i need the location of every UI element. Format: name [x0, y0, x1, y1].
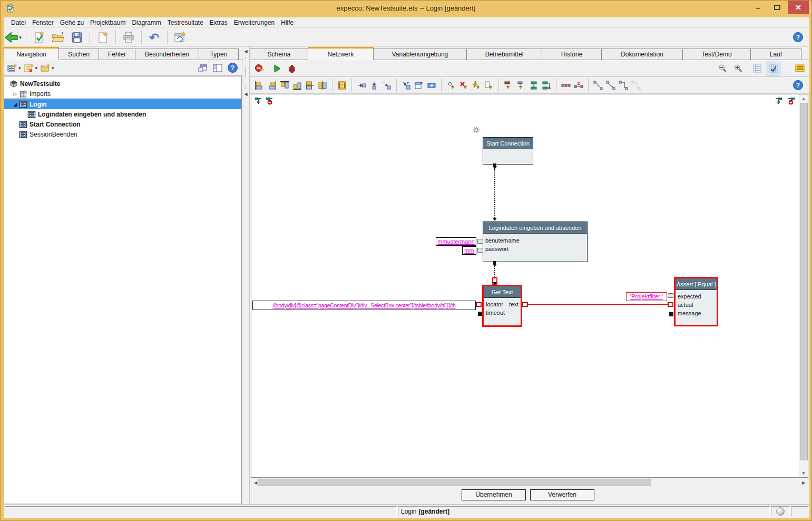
tab-netzwerk[interactable]: Netzwerk [308, 47, 374, 60]
reload-button[interactable] [172, 30, 189, 45]
tab-besonderheiten[interactable]: Besonderheiten [135, 49, 199, 60]
print-button[interactable] [120, 30, 137, 45]
disconnect-button[interactable] [560, 79, 572, 92]
paste-new-button[interactable] [400, 79, 413, 92]
tab-betriebsmittel[interactable]: Betriebsmittel [466, 49, 542, 60]
canvas-horizontal-scrollbar[interactable]: ◀ ▶ [251, 478, 808, 486]
line-diagonal-button[interactable] [592, 79, 604, 92]
add-output-pin-button[interactable] [774, 97, 782, 105]
menu-hilfe[interactable]: Hilfe [278, 18, 297, 27]
zoom-in-button[interactable] [732, 62, 745, 75]
menu-erweiterungen[interactable]: Erweiterungen [231, 18, 278, 27]
discard-button[interactable]: Verwerfen [530, 489, 594, 500]
new-action-menu-button[interactable]: ▾ [24, 63, 38, 73]
add-input-pin-button[interactable] [255, 97, 263, 105]
swap-orientation-button[interactable] [540, 79, 553, 92]
editor-help-button[interactable]: ? [793, 80, 803, 90]
network-canvas[interactable]: Start Connection Logindaten eingeben und… [251, 94, 808, 478]
fast-down-button[interactable] [470, 79, 483, 92]
input-pin-passwort[interactable] [477, 248, 483, 253]
grid-snap-button[interactable] [767, 62, 780, 75]
remove-input-pin-button[interactable] [266, 97, 274, 105]
run-button[interactable] [271, 62, 283, 75]
menu-gehe-zu[interactable]: Gehe zu [57, 18, 87, 27]
data-connection-text-to-actual[interactable] [528, 304, 668, 305]
tab-lauf[interactable]: Lauf [750, 49, 801, 60]
tree-item-imports[interactable]: ▷ Imports [4, 89, 241, 99]
align-top-button[interactable] [278, 79, 291, 92]
align-left-button[interactable] [253, 79, 266, 92]
expander-expanded-icon[interactable]: ◢ [12, 102, 19, 107]
collapse-left-icon[interactable]: ◀ [242, 49, 249, 54]
tab-fehler[interactable]: Fehler [99, 49, 135, 60]
debug-button[interactable] [286, 62, 298, 75]
zoom-out-button[interactable] [716, 62, 729, 75]
line-orthogonal-off-button[interactable] [630, 79, 642, 92]
move-in-button[interactable] [355, 79, 368, 92]
tree-help-button[interactable]: ? [228, 63, 238, 73]
scroll-down-arrow[interactable]: ▼ [799, 469, 808, 477]
back-button[interactable]: ▾ [5, 30, 22, 45]
distribute-vertical-button[interactable] [527, 79, 540, 92]
new-folder-menu-button[interactable]: ▾ [41, 63, 54, 73]
dropdown-caret[interactable]: ▾ [18, 65, 21, 71]
input-pin-message[interactable] [669, 312, 673, 316]
node-start-connection[interactable]: Start Connection [483, 137, 533, 165]
move-out-button[interactable] [380, 79, 393, 92]
insert-pin-bottom-button[interactable] [515, 79, 527, 92]
close-button[interactable] [788, 1, 809, 14]
gear-down-button[interactable] [445, 79, 457, 92]
node-assert-equal[interactable]: Assert [ Equal ] expected actual message [674, 277, 718, 326]
validate-button[interactable] [31, 30, 47, 45]
output-pin-text[interactable] [522, 302, 528, 307]
line-bend-button[interactable] [604, 79, 617, 92]
grid-button[interactable] [751, 62, 764, 75]
open-button[interactable] [50, 30, 66, 45]
input-pin-expected[interactable] [668, 293, 673, 298]
tab-typen[interactable]: Typen [199, 49, 239, 60]
scroll-right-arrow[interactable]: ▶ [799, 478, 808, 487]
remove-output-pin-button[interactable] [787, 97, 795, 105]
breakpoint-button[interactable] [253, 62, 266, 75]
maximize-button[interactable] [769, 1, 785, 14]
menu-extras[interactable]: Extras [207, 18, 231, 27]
move-down-button[interactable] [368, 79, 380, 92]
dropdown-caret[interactable]: ▾ [35, 65, 38, 71]
input-pin-actual[interactable] [668, 302, 673, 307]
dropdown-caret[interactable]: ▾ [52, 65, 54, 71]
tab-variablenumgebung[interactable]: Variablenumgebung [373, 49, 467, 60]
open-inline-button[interactable] [425, 79, 438, 92]
input-pin-timeout[interactable] [478, 312, 482, 316]
input-pin-locator[interactable] [476, 302, 482, 307]
reconnect-button[interactable]: 2 [572, 79, 585, 92]
page-down-button[interactable] [483, 79, 495, 92]
tab-navigation[interactable]: Navigation [4, 47, 59, 60]
value-locator[interactable]: //body/div[@class="pageContentDiv"]/div.… [252, 301, 476, 310]
tab-historie[interactable]: Historie [542, 49, 602, 60]
horizontal-scroll-thumb[interactable] [258, 479, 651, 486]
panel-splitter[interactable]: ◀ ◀ [242, 47, 250, 504]
align-center-button[interactable] [316, 79, 329, 92]
scroll-up-arrow[interactable]: ▲ [799, 94, 808, 103]
undo-button[interactable]: ↶ [146, 30, 163, 45]
menu-testresultate[interactable]: Testresultate [164, 18, 207, 27]
float-window-button[interactable] [198, 64, 208, 72]
exec-connector[interactable] [494, 169, 495, 218]
split-view-button[interactable] [213, 64, 222, 72]
tree-item-start-connection[interactable]: Start Connection [4, 119, 241, 129]
menu-projektbaum[interactable]: Projektbaum [87, 18, 129, 27]
value-passwort[interactable]: mm [462, 246, 476, 255]
minimize-button[interactable]: – [750, 1, 766, 14]
delete-down-button[interactable] [457, 79, 470, 92]
tab-dokumentation[interactable]: Dokumentation [601, 49, 683, 60]
pin-properties-button[interactable] [794, 62, 806, 75]
tree-root-newtestsuite[interactable]: NewTestsuite [4, 79, 241, 89]
new-document-button[interactable] [94, 30, 111, 45]
add-frame-button[interactable] [413, 79, 425, 92]
tab-suchen[interactable]: Suchen [58, 49, 99, 60]
node-get-text[interactable]: Get Text locator text timeout [482, 285, 522, 327]
tab-schema[interactable]: Schema [250, 49, 308, 60]
tab-test-demo[interactable]: Test/Demo [682, 49, 751, 60]
menu-datei[interactable]: Datei [8, 18, 29, 27]
tree-item-login[interactable]: ◢ Login [4, 99, 241, 109]
